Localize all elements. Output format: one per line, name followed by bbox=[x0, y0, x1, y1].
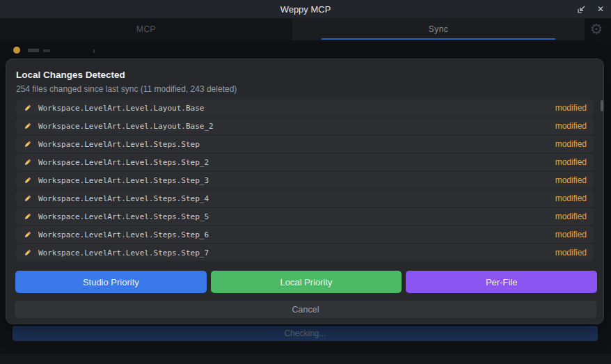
file-status-badge: modified bbox=[555, 139, 587, 149]
clipped-text-fragment bbox=[28, 49, 39, 52]
file-row[interactable]: Workspace.LevelArt.Level.Steps.Step_3 mo… bbox=[16, 172, 594, 189]
file-status-badge: modified bbox=[555, 103, 587, 113]
file-row[interactable]: Workspace.LevelArt.Level.Steps.Step_7 mo… bbox=[16, 244, 594, 261]
file-name: Workspace.LevelArt.Level.Steps.Step_5 bbox=[38, 212, 549, 221]
cancel-button[interactable]: Cancel bbox=[15, 301, 596, 318]
file-name: Workspace.LevelArt.Level.Steps.Step bbox=[38, 140, 549, 149]
tab-sync[interactable]: Sync bbox=[292, 18, 585, 40]
file-name: Workspace.LevelArt.Level.Layout.Base bbox=[38, 104, 549, 113]
file-row[interactable]: Workspace.LevelArt.Level.Steps.Step_4 mo… bbox=[16, 190, 594, 207]
studio-priority-button[interactable]: Studio Priority bbox=[15, 271, 207, 293]
scrollbar-thumb[interactable] bbox=[601, 100, 603, 111]
checking-button[interactable]: Checking... bbox=[13, 326, 598, 341]
pencil-icon bbox=[23, 140, 32, 149]
local-changes-dialog: Local Changes Detected 254 files changed… bbox=[6, 58, 604, 324]
pencil-icon bbox=[23, 104, 32, 113]
file-status-badge: modified bbox=[555, 121, 587, 131]
file-status-badge: modified bbox=[555, 230, 587, 239]
pencil-icon bbox=[23, 176, 32, 185]
file-row[interactable]: Workspace.LevelArt.Level.Steps.Step_2 mo… bbox=[16, 154, 594, 171]
clipped-text-fragment bbox=[43, 49, 50, 52]
pencil-icon bbox=[23, 248, 32, 258]
dialog-subtitle: 254 files changed since last sync (11 mo… bbox=[16, 84, 237, 94]
file-status-badge: modified bbox=[555, 212, 587, 221]
tab-strip: MCP Sync bbox=[0, 18, 611, 40]
file-name: Workspace.LevelArt.Level.Steps.Step_7 bbox=[38, 248, 549, 258]
file-name: Workspace.LevelArt.Level.Layout.Base_2 bbox=[38, 122, 549, 131]
file-name: Workspace.LevelArt.Level.Steps.Step_2 bbox=[38, 158, 549, 167]
pencil-icon bbox=[23, 122, 32, 131]
window-title: Weppy MCP bbox=[280, 4, 331, 15]
clipped-text-fragment bbox=[93, 49, 95, 53]
resolution-actions: Studio Priority Local Priority Per-File bbox=[15, 271, 597, 293]
status-dot-icon bbox=[13, 47, 20, 54]
restore-window-icon[interactable] bbox=[575, 3, 587, 15]
file-row[interactable]: Workspace.LevelArt.Level.Layout.Base mod… bbox=[16, 100, 594, 116]
restore-arrow-icon bbox=[577, 5, 586, 14]
pencil-icon bbox=[23, 230, 32, 239]
file-status-badge: modified bbox=[555, 175, 587, 185]
background-status-fragment bbox=[13, 45, 221, 58]
file-list: Workspace.LevelArt.Level.Layout.Base mod… bbox=[16, 100, 596, 265]
window-controls: ✕ bbox=[575, 0, 607, 18]
file-name: Workspace.LevelArt.Level.Steps.Step_3 bbox=[38, 176, 549, 185]
tab-sync-label: Sync bbox=[429, 24, 448, 34]
file-name: Workspace.LevelArt.Level.Steps.Step_4 bbox=[38, 194, 549, 203]
file-status-badge: modified bbox=[555, 193, 587, 203]
bottom-strip bbox=[0, 354, 611, 364]
file-row[interactable]: Workspace.LevelArt.Level.Steps.Step modi… bbox=[16, 136, 594, 152]
file-row[interactable]: Workspace.LevelArt.Level.Steps.Step_6 mo… bbox=[16, 226, 594, 243]
file-name: Workspace.LevelArt.Level.Steps.Step_6 bbox=[38, 230, 549, 239]
file-row[interactable]: Workspace.LevelArt.Level.Steps.Step_5 mo… bbox=[16, 208, 594, 225]
pencil-icon bbox=[23, 212, 32, 221]
close-window-icon[interactable]: ✕ bbox=[594, 3, 607, 15]
file-status-badge: modified bbox=[555, 248, 587, 258]
tab-sync-active-underline bbox=[322, 38, 555, 40]
tab-mcp[interactable]: MCP bbox=[0, 18, 292, 40]
settings-gear-icon[interactable]: ⚙ bbox=[586, 19, 607, 39]
local-priority-button[interactable]: Local Priority bbox=[211, 271, 402, 293]
per-file-button[interactable]: Per-File bbox=[406, 271, 597, 293]
file-row[interactable]: Workspace.LevelArt.Level.Layout.Base_2 m… bbox=[16, 118, 594, 134]
pencil-icon bbox=[23, 158, 32, 167]
titlebar: Weppy MCP ✕ bbox=[0, 0, 611, 18]
dialog-title: Local Changes Detected bbox=[16, 70, 125, 80]
pencil-icon bbox=[23, 194, 32, 203]
file-status-badge: modified bbox=[555, 157, 587, 167]
